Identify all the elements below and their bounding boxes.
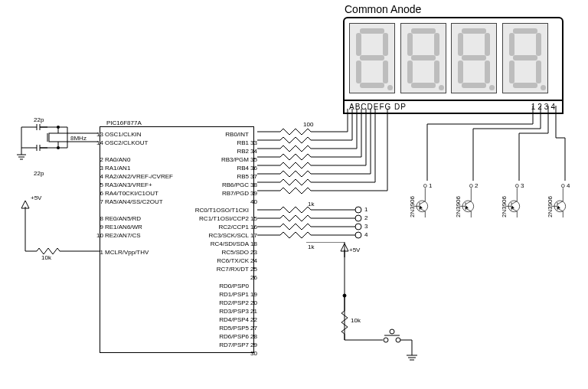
mcu-pin-left (105, 240, 173, 248)
net-terminal (355, 215, 362, 222)
mcu-pin-right: RB7/PGD40 (182, 189, 249, 198)
pushbutton-svg (306, 242, 429, 372)
mcu-pin-left: 5RA3/AN3/VREF+ (105, 181, 173, 189)
mcu-pin-right: RB134 (182, 139, 249, 147)
mcu-pin-right: RC2/CCP117 (182, 223, 249, 231)
crystal-icon (14, 124, 98, 178)
oscillator-block: 22p 22p 8MHz (14, 124, 98, 178)
mcu-pin-right: RC4/SDI/SDA23 (182, 240, 249, 248)
mcu-pin-left: 14OSC2/CLKOUT (105, 139, 173, 147)
cap2-value: 22p (34, 170, 44, 177)
mclr-pullup: +5V 10k (14, 199, 106, 262)
mcu-pin-right: RD5/PSP528 (182, 324, 249, 332)
mcu-pin-right: RB3/PGM36 (182, 155, 249, 164)
svg-point-99 (390, 329, 394, 334)
mcu-pin-left: 4RA2/AN2/VREF-/CVREF (105, 172, 173, 181)
svg-point-96 (384, 338, 388, 342)
pushbutton-block: +5V 10k (306, 242, 429, 374)
mcu-pin-left (105, 147, 173, 155)
digit-bus (406, 106, 588, 198)
mcu-pin-right: RD3/PSP322 (182, 307, 249, 315)
net-terminal (355, 224, 362, 230)
svg-line-74 (511, 208, 517, 211)
mcu-pin-left (105, 206, 173, 214)
mcu-pin-left: 7RA5/AN4/SS/C2OUT (105, 198, 173, 206)
mcu-pin-left: 3RA1/AN1 (105, 164, 173, 172)
svg-line-56 (420, 208, 425, 211)
mcu-name: PIC16F877A (106, 119, 142, 126)
net-3: 3 (364, 223, 368, 230)
mcu-pin-left: 9RE1/AN6/WR (105, 223, 173, 231)
net-4: 4 (364, 231, 368, 238)
mcu-pin-right: RD0/PSP019 (182, 282, 249, 290)
net-terminal (355, 207, 362, 214)
mcu-pin-left: 1MCLR/Vpp/THV (105, 248, 173, 257)
mcu-chip: PIC16F877A 13OSC1/CLKIN14OSC2/CLKOUT2RA0… (100, 126, 254, 353)
mcu-pin-left: 2RA0/AN0 (105, 155, 173, 164)
mclr-svg (14, 199, 106, 260)
mcu-pin-right: RC5/SDO24 (182, 248, 249, 257)
mcu-pin-right (182, 273, 249, 282)
net-1: 1 (364, 206, 368, 213)
mcu-pin-right: RB6/PGC39 (182, 181, 249, 189)
mcu-pin-right: RD1/PSP120 (182, 290, 249, 299)
svg-line-83 (557, 208, 563, 211)
mcu-pin-right: RD2/PSP221 (182, 299, 249, 307)
mcu-pin-left: 13OSC1/CLKIN (105, 130, 173, 139)
mcu-pin-left: 6RA4/T0CKI/C1OUT (105, 189, 173, 198)
mcu-pin-right: RD6/PSP629 (182, 332, 249, 341)
mcu-pin-right: RB235 (182, 147, 249, 155)
r-mclr-value: 10k (41, 254, 51, 261)
mcu-pin-right: RC0/T1OSO/T1CKI15 (182, 206, 249, 214)
cap1-value: 22p (34, 116, 44, 123)
svg-line-65 (466, 208, 471, 211)
mcu-pin-left: 10RE2/AN7/CS (105, 231, 173, 240)
svg-point-23 (57, 126, 60, 129)
svg-rect-4 (49, 133, 67, 142)
diagram-title: Common Anode (345, 3, 421, 15)
mcu-pin-right: RC6/TX/CK25 (182, 257, 249, 265)
mcu-pin-right: RC7/RX/DT26 (182, 265, 249, 273)
mcu-pin-right: RD4/PSP427 (182, 315, 249, 324)
net-terminal (355, 232, 362, 239)
mcu-pin-right: RB538 (182, 172, 249, 181)
mcu-pin-right (182, 198, 249, 206)
net-2: 2 (364, 214, 368, 221)
mcu-pin-right: RB437 (182, 164, 249, 172)
vcc1-label: +5V (31, 194, 41, 201)
r-pullup-value: 10k (351, 317, 361, 324)
mcu-pin-left: 8RE0/AN5/RD (105, 214, 173, 223)
crystal-value: 8MHz (70, 135, 87, 142)
mcu-pin-right: RB0/INT33 (182, 130, 249, 139)
mcu-pin-right: RC3/SCK/SCL18 (182, 231, 249, 240)
svg-point-97 (396, 338, 400, 342)
mcu-pin-right: RC1/T1OSI/CCP216 (182, 214, 249, 223)
vcc2-label: +5V (349, 247, 360, 253)
svg-point-24 (57, 146, 60, 149)
mcu-pin-right: RD7/PSP730 (182, 341, 249, 349)
